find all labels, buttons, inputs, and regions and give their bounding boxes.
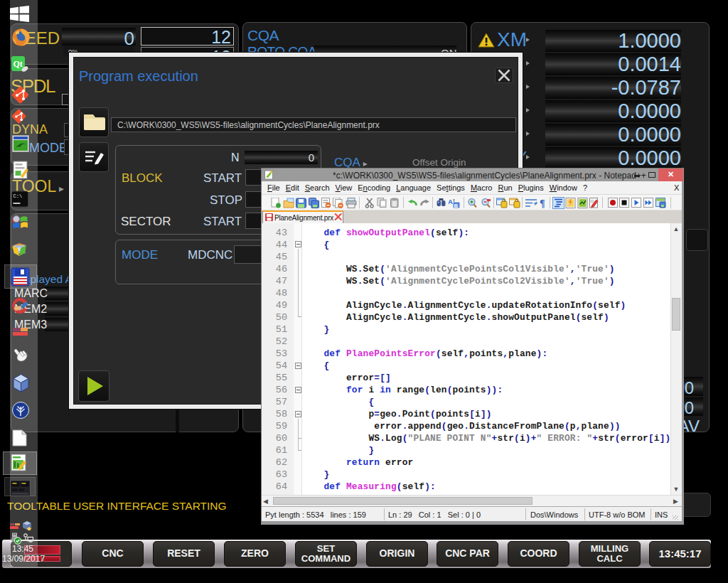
svg-text:¶: ¶	[540, 198, 545, 209]
svg-text:A: A	[449, 198, 453, 205]
svg-text:B: B	[454, 203, 459, 209]
svg-text:Qt: Qt	[14, 59, 23, 69]
svg-text:C:\: C:\	[14, 193, 23, 199]
